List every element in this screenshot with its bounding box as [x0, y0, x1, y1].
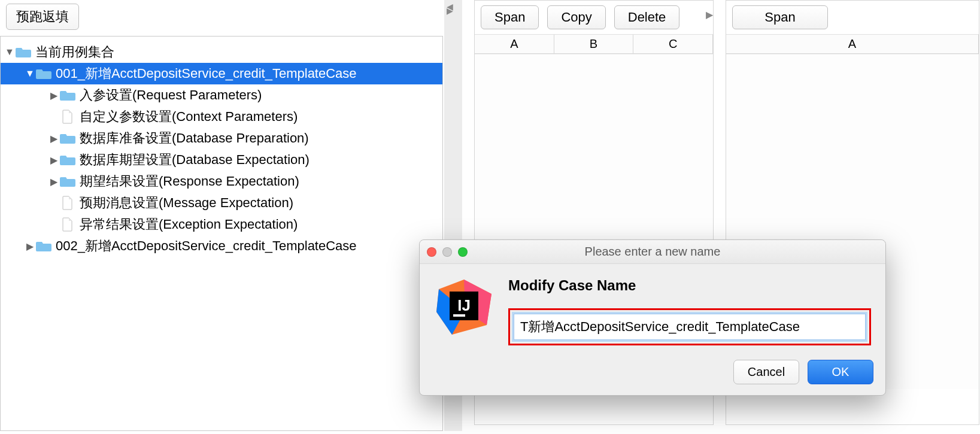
case-name-input[interactable]: [514, 314, 866, 340]
folder-icon: [59, 88, 76, 102]
delete-button[interactable]: Delete: [614, 5, 680, 29]
overflow-right-icon[interactable]: ▶: [706, 9, 714, 26]
copy-button[interactable]: Copy: [547, 5, 605, 29]
btn-label: Cancel: [748, 365, 785, 378]
folder-icon: [35, 239, 52, 253]
tree-root[interactable]: ▼ 当前用例集合: [1, 41, 442, 63]
disclosure-down-icon[interactable]: ▼: [4, 47, 15, 57]
prejump-label: 预跑返填: [16, 9, 69, 24]
window-zoom-icon[interactable]: [458, 247, 468, 257]
tree-item-response-expectation[interactable]: ▶ 期望结果设置(Response Expectation): [1, 171, 442, 192]
case-tree-panel: ▼ 当前用例集合 ▼ 001_新增AcctDepositService_cred…: [0, 36, 443, 431]
dialog-heading: Modify Case Name: [508, 277, 871, 294]
sheet-header: A: [726, 35, 979, 54]
btn-label: Span: [494, 10, 525, 25]
file-icon: [59, 217, 76, 232]
disclosure-down-icon[interactable]: ▼: [25, 68, 35, 79]
span-button[interactable]: Span: [732, 5, 828, 29]
prejump-backfill-button[interactable]: 预跑返填: [6, 4, 79, 30]
window-minimize-icon: [442, 247, 452, 257]
file-icon: [59, 110, 76, 124]
ok-button[interactable]: OK: [808, 360, 873, 384]
folder-icon: [59, 174, 76, 189]
folder-icon: [35, 66, 52, 81]
btn-label: OK: [832, 365, 849, 378]
tree-item-label: 期望结果设置(Response Expectation): [80, 172, 299, 190]
tree-item-label: 001_新增AcctDepositService_credit_Template…: [56, 65, 357, 83]
rename-dialog: Please enter a new name IJ Modify Case N…: [419, 239, 886, 396]
dialog-title: Please enter a new name: [420, 245, 885, 259]
file-icon: [59, 196, 76, 210]
col-header[interactable]: A: [726, 35, 979, 53]
tree-item-context-params[interactable]: 自定义参数设置(Context Parameters): [1, 106, 442, 128]
tree-item-label: 数据库准备设置(Database Preparation): [80, 129, 309, 147]
tree-item-label: 异常结果设置(Exception Expectation): [80, 216, 298, 233]
tree-item-label: 数据库期望设置(Database Expectation): [80, 151, 310, 169]
btn-label: Span: [764, 10, 795, 25]
dialog-titlebar[interactable]: Please enter a new name: [420, 240, 885, 264]
tree-root-label: 当前用例集合: [35, 43, 114, 61]
tree-item-label: 入参设置(Request Parameters): [80, 86, 262, 104]
folder-icon: [59, 131, 76, 145]
folder-icon: [15, 45, 32, 59]
col-header[interactable]: B: [554, 35, 634, 53]
tree-item-label: 自定义参数设置(Context Parameters): [80, 108, 298, 126]
cancel-button[interactable]: Cancel: [733, 360, 799, 384]
disclosure-right-icon[interactable]: ▶: [25, 241, 35, 252]
col-header[interactable]: A: [475, 35, 554, 53]
tree-item-db-expectation[interactable]: ▶ 数据库期望设置(Database Expectation): [1, 149, 442, 171]
tree-item-label: 002_新增AcctDepositService_credit_Template…: [56, 237, 357, 255]
span-button[interactable]: Span: [481, 5, 539, 29]
window-close-icon[interactable]: [427, 247, 436, 257]
svg-rect-5: [453, 314, 465, 317]
disclosure-none: [48, 198, 59, 208]
col-header[interactable]: C: [633, 35, 713, 53]
disclosure-right-icon[interactable]: ▶: [48, 133, 59, 144]
tree-item-request-params[interactable]: ▶ 入参设置(Request Parameters): [1, 84, 442, 106]
input-highlight-frame: [508, 308, 871, 345]
tree-item-message-expectation[interactable]: 预期消息设置(Message Expectation): [1, 192, 442, 214]
tree-item-001[interactable]: ▼ 001_新增AcctDepositService_credit_Templa…: [1, 63, 442, 84]
sheet-header: A B C: [475, 35, 713, 54]
disclosure-none: [48, 111, 59, 122]
disclosure-none: [48, 219, 59, 230]
tree-item-002[interactable]: ▶ 002_新增AcctDepositService_credit_Templa…: [1, 235, 442, 257]
folder-icon: [59, 153, 76, 167]
btn-label: Copy: [561, 10, 591, 25]
splitter-handle-icon: ◀▶: [447, 5, 453, 13]
tree-item-db-preparation[interactable]: ▶ 数据库准备设置(Database Preparation): [1, 128, 442, 149]
btn-label: Delete: [628, 10, 666, 25]
intellij-icon: IJ: [434, 277, 494, 337]
tree-item-label: 预期消息设置(Message Expectation): [80, 194, 293, 212]
disclosure-right-icon[interactable]: ▶: [48, 90, 59, 101]
svg-text:IJ: IJ: [457, 296, 471, 314]
disclosure-right-icon[interactable]: ▶: [48, 176, 59, 187]
disclosure-right-icon[interactable]: ▶: [48, 154, 59, 166]
tree-item-exception-expectation[interactable]: 异常结果设置(Exception Expectation): [1, 214, 442, 235]
